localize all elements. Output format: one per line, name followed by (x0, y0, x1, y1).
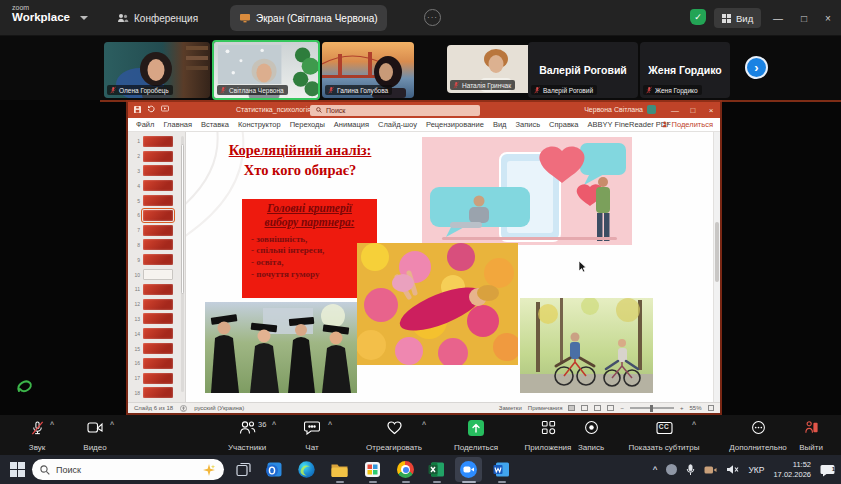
slide-title: Кореляційний аналіз: Хто кого обирає? (200, 140, 400, 181)
participant-name-label: Наталія Гринчак (450, 80, 515, 90)
ppt-account-name: Червона Світлана (584, 105, 656, 114)
ppt-menu-item: Рецензирование (426, 120, 484, 129)
tab-screen-share[interactable]: Экран (Світлана Червона) (230, 5, 387, 31)
slide-thumbnail: 13 (128, 312, 185, 327)
participant-tile-olena[interactable]: Олена Горобець (104, 42, 210, 98)
keyboard-language[interactable]: УКР (748, 465, 764, 475)
flowers-photo (357, 243, 518, 365)
shared-screen-icon (239, 13, 251, 23)
zoom-toolbar: Звук ^ Видео ^ 36 Участники ^ Чат ^ (0, 415, 841, 455)
audio-options-chevron[interactable]: ^ (50, 421, 54, 428)
task-view-button[interactable] (236, 462, 251, 477)
captions-options-chevron[interactable]: ^ (692, 421, 696, 428)
system-tray: ^ УКР 11:52 17.02.2026 1 (653, 455, 841, 484)
open-app-indicator (433, 481, 441, 483)
tray-speaker-muted-icon[interactable] (726, 464, 739, 475)
zoom-app-icon[interactable] (459, 460, 478, 479)
excel-app-icon[interactable] (427, 460, 446, 479)
mic-muted-icon (220, 86, 226, 94)
undo-icon (147, 105, 155, 113)
record-button[interactable]: Запись (568, 417, 614, 453)
chrome-app-icon[interactable] (396, 460, 415, 479)
minimize-button[interactable]: — (768, 8, 788, 28)
maximize-button[interactable]: □ (794, 8, 814, 28)
tray-expand-chevron[interactable]: ^ (653, 465, 658, 474)
word-app-icon[interactable] (492, 460, 511, 479)
taskbar-search[interactable]: Поиск (32, 459, 224, 480)
slide-thumbnail: 17 (128, 371, 185, 386)
graduates-photo (205, 302, 357, 393)
slide-thumbnail: 1 (128, 134, 185, 149)
next-participants-page-button[interactable]: › (745, 56, 768, 79)
participant-name-label: Галина Голубова (325, 85, 392, 95)
participants-options-chevron[interactable]: ^ (272, 421, 276, 428)
ppt-title-bar: Статистика_психологія_2024 - PowerPoint … (128, 102, 720, 118)
participant-name-label: Женя Гордико (643, 85, 702, 95)
share-person-icon (662, 121, 669, 128)
leave-icon (802, 419, 820, 436)
participant-tile-valerii[interactable]: Валерій Роговий Валерій Роговий (528, 42, 638, 98)
reactions-button[interactable]: Отреагировать ^ (348, 417, 440, 453)
mic-muted-icon (110, 86, 116, 94)
mic-muted-icon (28, 419, 46, 436)
tray-mic-icon[interactable] (686, 464, 695, 476)
participant-tile-galyna[interactable]: Галина Голубова (322, 42, 414, 98)
annotation-scribble-icon[interactable] (14, 375, 36, 397)
slide-scrollbar (713, 132, 720, 402)
participants-strip: Олена Горобець Світлана Червона (0, 36, 841, 100)
video-options-chevron[interactable]: ^ (110, 421, 114, 428)
workspace-chevron-icon[interactable] (80, 16, 88, 20)
participant-name-label: Олена Горобець (107, 85, 173, 95)
mic-muted-icon (453, 81, 459, 89)
share-screen-button[interactable]: Поделиться (438, 417, 514, 453)
fit-slide-icon (708, 405, 715, 412)
zoom-top-bar: zoom Workplace Конференция Экран (Світла… (0, 0, 841, 36)
search-icon (316, 107, 322, 113)
participant-tile-svitlana-active-speaker[interactable]: Світлана Червона (212, 40, 320, 100)
outlook-app-icon[interactable] (264, 460, 283, 479)
participant-tile-zhenia[interactable]: Женя Гордико Женя Гордико (640, 42, 730, 98)
slide-thumbnail: 15 (128, 341, 185, 356)
reactions-options-chevron[interactable]: ^ (422, 421, 426, 428)
ppt-share-button: Поделиться (662, 120, 713, 129)
tray-app-icon[interactable] (666, 464, 677, 475)
ppt-menu-item: Файл (136, 120, 154, 129)
audio-button[interactable]: Звук ^ (10, 417, 64, 453)
photos-app-icon[interactable] (363, 460, 382, 479)
tab-meeting[interactable]: Конференция (108, 6, 207, 30)
edge-app-icon[interactable] (297, 460, 316, 479)
slide-thumbnail: 8 (128, 238, 185, 253)
taskbar-clock[interactable]: 11:52 17.02.2026 (773, 460, 811, 479)
notification-center-button[interactable]: 1 (820, 463, 835, 476)
couple-bikes-photo (520, 298, 653, 393)
zoom-out-button: − (620, 405, 624, 411)
ppt-status-right: Заметки Примечания − + 55% (499, 405, 714, 412)
close-button[interactable]: × (818, 8, 838, 28)
participant-name-label: Світлана Червона (217, 85, 288, 95)
security-shield-icon[interactable]: ✓ (690, 9, 706, 25)
tabs-more-button[interactable]: ··· (424, 9, 441, 26)
tray-camera-icon[interactable] (704, 465, 717, 475)
slideshow-view-icon (607, 405, 614, 411)
slide-thumbnail: 16 (128, 356, 185, 371)
slide-thumbnail: 18 (128, 386, 185, 401)
ppt-menu-item: Запись (515, 120, 540, 129)
view-button[interactable]: Вид (714, 8, 761, 28)
ppt-status-bar: Слайд 6 из 18 русский (Украина) Заметки … (128, 402, 720, 413)
slide-thumbnail: 9 (128, 252, 185, 267)
file-explorer-app-icon[interactable] (330, 460, 349, 479)
chat-options-chevron[interactable]: ^ (328, 421, 332, 428)
slide-thumbnail: 12 (128, 297, 185, 312)
video-button[interactable]: Видео ^ (66, 417, 124, 453)
zoom-percent: 55% (689, 405, 701, 411)
mic-muted-icon (328, 86, 334, 94)
ppt-menu-item: Вставка (201, 120, 229, 129)
record-icon (582, 419, 600, 436)
slide-thumbnail: 10 (128, 267, 185, 282)
apps-icon (539, 419, 557, 436)
leave-button[interactable]: Выйти (788, 417, 834, 453)
captions-button[interactable]: CC Показать субтитры ^ (616, 417, 712, 453)
chat-button[interactable]: Чат ^ (290, 417, 334, 453)
participants-button[interactable]: 36 Участники ^ (208, 417, 286, 453)
start-button[interactable] (10, 462, 25, 477)
